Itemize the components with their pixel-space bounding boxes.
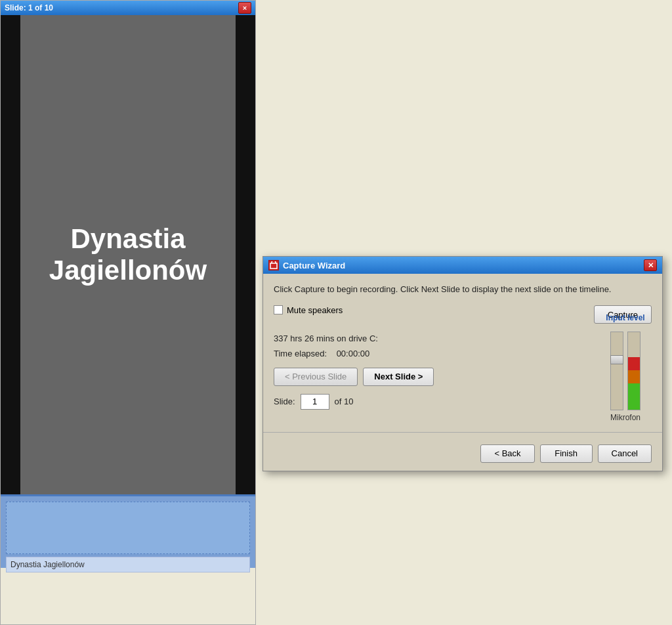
nav-buttons-row: < Previous Slide Next Slide > (274, 368, 652, 386)
presentation-titlebar: Slide: 1 of 10 × (1, 1, 255, 15)
slide-number-row: Slide: of 10 (274, 394, 652, 410)
slide-black-left (1, 15, 20, 494)
mute-label: Mute speakers (287, 305, 343, 315)
level-bar (627, 332, 640, 410)
slide-black-right (236, 15, 255, 494)
next-slide-button[interactable]: Next Slide > (363, 368, 434, 386)
level-slider-thumb[interactable] (610, 355, 623, 364)
time-elapsed-label: Time elapsed: (274, 349, 327, 358)
slide-number-input[interactable] (301, 394, 329, 410)
time-elapsed-row: Time elapsed: 00:00:00 (274, 349, 652, 358)
mute-checkbox[interactable] (274, 305, 283, 314)
capture-wizard-dialog: Capture Wizard ✕ Click Capture to begin … (262, 256, 663, 471)
input-level-section: Input level Mikrofon (599, 313, 652, 422)
back-button[interactable]: < Back (480, 444, 534, 463)
dialog-titlebar: Capture Wizard ✕ (263, 257, 662, 274)
slide-area: Dynastia Jagiellonów (1, 15, 255, 494)
svg-rect-0 (270, 263, 277, 269)
dialog-icon (268, 260, 279, 270)
dialog-title: Capture Wizard (283, 261, 345, 270)
dialog-close-button[interactable]: ✕ (644, 259, 657, 271)
level-slider-track[interactable] (610, 332, 623, 410)
input-level-label: Input level (606, 313, 644, 322)
presentation-close-button[interactable]: × (238, 2, 251, 14)
time-elapsed-value: 00:00:00 (337, 349, 370, 358)
slide-content: Dynastia Jagiellonów (20, 15, 236, 494)
level-meter-container (610, 325, 640, 410)
prev-slide-button[interactable]: < Previous Slide (274, 368, 358, 386)
presentation-window: Slide: 1 of 10 × Dynastia Jagiellonów Dy… (0, 0, 256, 625)
slide-panel-bottom: Dynastia Jagiellonów (1, 494, 255, 568)
drive-info: 337 hrs 26 mins on drive C: (274, 334, 652, 343)
level-bar-green (628, 383, 640, 410)
dialog-description: Click Capture to begin recording. Click … (274, 283, 652, 296)
slide-label-text: Dynastia Jagiellonów (10, 560, 85, 569)
slide-main-title: Dynastia Jagiellonów (20, 223, 236, 286)
dialog-body: Click Capture to begin recording. Click … (263, 274, 662, 425)
slide-number-label: Slide: (274, 397, 295, 406)
presentation-title: Slide: 1 of 10 (5, 3, 53, 12)
cancel-button[interactable]: Cancel (598, 444, 652, 463)
mikrofon-label: Mikrofon (610, 413, 640, 422)
level-bar-orange (628, 370, 640, 383)
slide-total: of 10 (335, 397, 354, 406)
mute-row: Mute speakers (274, 305, 343, 315)
slide-label-bar: Dynastia Jagiellonów (6, 557, 250, 572)
finish-button[interactable]: Finish (540, 444, 593, 463)
level-bar-red (628, 357, 640, 370)
slide-thumbnail-strip (6, 502, 250, 554)
dialog-separator (263, 432, 662, 433)
dialog-footer: < Back Finish Cancel (263, 439, 662, 471)
